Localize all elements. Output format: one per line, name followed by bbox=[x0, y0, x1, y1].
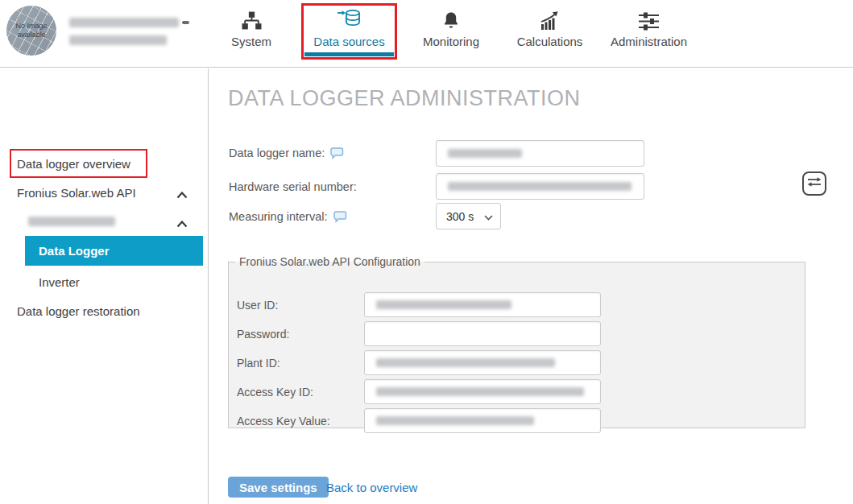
measuring-interval-label: Measuring interval: bbox=[229, 210, 347, 223]
data-logger-name-label: Data logger name: bbox=[229, 147, 344, 159]
chart-growth-icon bbox=[540, 8, 561, 31]
nav-tab-monitoring[interactable]: Monitoring bbox=[415, 8, 487, 48]
access-key-id-label: Access Key ID: bbox=[237, 386, 313, 399]
sidebar-item-label: Data Logger bbox=[39, 244, 110, 258]
top-header: No Image available System bbox=[0, 0, 853, 68]
redacted-value bbox=[448, 182, 631, 191]
sidebar-item-data-logger[interactable]: Data Logger bbox=[25, 236, 203, 266]
access-key-value-input[interactable] bbox=[364, 408, 601, 433]
chevron-down-icon bbox=[484, 210, 493, 223]
swap-arrows-icon bbox=[806, 176, 822, 192]
chevron-up-icon[interactable] bbox=[176, 217, 188, 230]
nav-label-data-sources: Data sources bbox=[313, 35, 384, 48]
site-title-line2-redacted bbox=[69, 32, 189, 50]
sidebar-item-redacted[interactable] bbox=[28, 217, 115, 226]
solarweb-api-config-fieldset: Fronius Solar.web API Configuration User… bbox=[228, 255, 805, 428]
user-id-input[interactable] bbox=[364, 292, 601, 317]
redacted-value bbox=[448, 149, 522, 158]
nav-tab-system[interactable]: System bbox=[219, 8, 284, 48]
sidebar-item-data-logger-restoration[interactable]: Data logger restoration bbox=[17, 304, 140, 318]
redacted-value bbox=[376, 387, 584, 396]
hardware-serial-label: Hardware serial number: bbox=[229, 180, 357, 193]
avatar-text-line1: No Image bbox=[15, 22, 47, 31]
site-title-line1-redacted bbox=[69, 14, 189, 32]
measuring-interval-select[interactable]: 300 s bbox=[436, 203, 501, 229]
hardware-serial-input[interactable] bbox=[436, 173, 644, 200]
nav-tab-data-sources[interactable]: Data sources bbox=[304, 8, 395, 48]
sidebar: Data logger overview Fronius Solar.web A… bbox=[0, 68, 209, 504]
fieldset-legend: Fronius Solar.web API Configuration bbox=[235, 255, 424, 268]
page-title: DATA LOGGER ADMINISTRATION bbox=[228, 86, 581, 111]
save-settings-button[interactable]: Save settings bbox=[228, 477, 329, 498]
database-arrow-icon bbox=[337, 8, 362, 31]
nav-tab-administration[interactable]: Administration bbox=[607, 8, 691, 48]
redacted-value bbox=[376, 416, 534, 425]
access-key-id-input[interactable] bbox=[364, 379, 601, 404]
nav-tab-calculations[interactable]: Calculations bbox=[511, 8, 588, 48]
title-dash bbox=[182, 21, 189, 24]
measuring-interval-value: 300 s bbox=[446, 210, 474, 223]
chevron-up-icon[interactable] bbox=[176, 188, 188, 201]
tooltip-icon[interactable] bbox=[330, 147, 344, 159]
data-logger-name-input[interactable] bbox=[436, 140, 644, 167]
access-key-value-label: Access Key Value: bbox=[237, 415, 330, 428]
swap-arrows-button[interactable] bbox=[802, 171, 826, 196]
redacted-value bbox=[376, 300, 511, 309]
sidebar-item-data-logger-overview[interactable]: Data logger overview bbox=[17, 157, 130, 171]
nav-label-monitoring: Monitoring bbox=[423, 35, 479, 48]
org-chart-icon bbox=[242, 8, 262, 31]
bell-icon bbox=[441, 8, 461, 31]
nav-label-administration: Administration bbox=[611, 35, 687, 48]
password-label: Password: bbox=[237, 328, 289, 341]
site-title-redacted bbox=[69, 14, 189, 50]
sliders-icon bbox=[638, 8, 660, 31]
nav-label-calculations: Calculations bbox=[517, 35, 583, 48]
plant-id-label: Plant ID: bbox=[237, 357, 280, 370]
redacted-value bbox=[376, 358, 555, 367]
annotation-box-overview: Data logger overview bbox=[10, 149, 147, 178]
avatar: No Image available bbox=[6, 6, 56, 56]
plant-id-input[interactable] bbox=[364, 350, 601, 375]
tooltip-icon[interactable] bbox=[333, 211, 347, 223]
password-input[interactable] bbox=[364, 321, 601, 346]
nav-label-system: System bbox=[231, 35, 271, 48]
sidebar-item-inverter[interactable]: Inverter bbox=[39, 275, 80, 289]
avatar-text-line2: available bbox=[17, 31, 46, 39]
annotation-box-data-sources: Data sources bbox=[301, 3, 397, 60]
active-tab-underline bbox=[304, 52, 394, 56]
back-to-overview-link[interactable]: Back to overview bbox=[326, 481, 417, 494]
sidebar-item-fronius-solarweb-api[interactable]: Fronius Solar.web API bbox=[17, 186, 136, 200]
user-id-label: User ID: bbox=[237, 299, 278, 312]
